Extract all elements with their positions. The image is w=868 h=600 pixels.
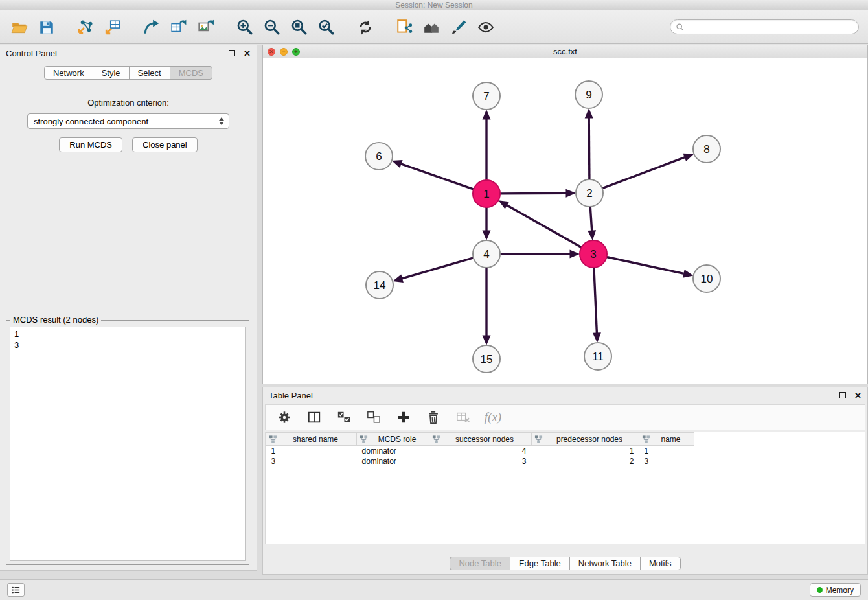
float-control-panel-button[interactable] <box>229 50 235 56</box>
settings-button[interactable] <box>276 409 293 426</box>
network-canvas[interactable]: 7968124314101511 <box>263 58 867 384</box>
search-input[interactable] <box>687 20 853 34</box>
home-network-button[interactable] <box>421 17 442 38</box>
table-cell[interactable]: 1 <box>532 446 639 456</box>
save-session-button[interactable] <box>36 17 57 38</box>
table-row[interactable]: 1dominator411 <box>266 446 865 456</box>
table-cell[interactable]: 2 <box>532 456 639 467</box>
select-all-button[interactable] <box>336 409 352 426</box>
column-header-predecessor-nodes[interactable]: predecessor nodes <box>532 433 639 446</box>
column-header-label: successor nodes <box>440 435 529 444</box>
table-cell[interactable]: 1 <box>266 446 357 456</box>
network-view-title: scc.txt <box>553 47 577 56</box>
graph-edge-1-2[interactable] <box>500 193 566 194</box>
zoom-selected-button[interactable] <box>316 17 337 38</box>
table-cell[interactable]: 3 <box>639 456 694 467</box>
import-network-button[interactable] <box>75 17 96 38</box>
column-header-filler <box>694 433 865 446</box>
main-area: Control Panel ✕ NetworkStyleSelectMCDS O… <box>0 45 868 579</box>
open-file-button[interactable] <box>9 17 30 38</box>
close-table-panel-button[interactable]: ✕ <box>854 391 862 400</box>
table-tabs: Node TableEdge TableNetwork TableMotifs <box>263 557 867 570</box>
column-header-name[interactable]: name <box>639 433 694 446</box>
column-header-successor-nodes[interactable]: successor nodes <box>429 433 532 446</box>
table-row[interactable]: 3dominator323 <box>266 456 865 467</box>
export-image-button[interactable] <box>196 17 216 38</box>
graph-edge-3-1[interactable] <box>507 205 581 248</box>
export-table-button[interactable] <box>168 17 189 38</box>
optimization-dropdown[interactable]: strongly connected component <box>27 113 229 129</box>
graph-edge-3-10[interactable] <box>607 257 684 274</box>
control-panel-tab-mcds[interactable]: MCDS <box>170 66 212 80</box>
import-table-button[interactable] <box>102 17 123 38</box>
table-cell[interactable]: 1 <box>639 446 694 456</box>
delete-table-button[interactable] <box>455 409 472 426</box>
zoom-in-button[interactable] <box>234 17 255 38</box>
clone-network-button[interactable] <box>394 17 415 38</box>
graph-node-14[interactable]: 14 <box>366 271 393 299</box>
graph-node-11[interactable]: 11 <box>584 343 611 370</box>
column-tree-icon <box>432 435 440 443</box>
close-mcds-panel-button[interactable]: Close panel <box>132 137 198 152</box>
toggle-visibility-button[interactable] <box>475 17 496 38</box>
memory-button[interactable]: Memory <box>810 583 861 597</box>
export-network-button[interactable] <box>141 17 162 38</box>
add-column-button[interactable] <box>395 409 412 426</box>
maximize-view-icon[interactable]: + <box>292 48 300 56</box>
graph-node-2[interactable]: 2 <box>576 179 603 207</box>
graph-edge-4-14[interactable] <box>402 258 474 279</box>
export-network-icon <box>143 19 160 36</box>
table-cell[interactable]: 4 <box>429 446 532 456</box>
close-view-icon[interactable]: ✕ <box>268 48 275 56</box>
close-control-panel-button[interactable]: ✕ <box>244 49 251 58</box>
function-builder-button[interactable]: f(x) <box>485 409 501 426</box>
table-panel-title: Table Panel <box>269 391 313 400</box>
graph-node-label: 11 <box>592 351 604 363</box>
graph-node-label: 9 <box>586 89 591 101</box>
graph-node-15[interactable]: 15 <box>473 345 500 373</box>
control-panel-tab-network[interactable]: Network <box>44 66 93 80</box>
table-tab-motifs[interactable]: Motifs <box>640 557 681 570</box>
graph-node-1[interactable]: 1 <box>473 180 500 207</box>
columns-button[interactable] <box>306 409 323 426</box>
zoom-fit-button[interactable] <box>289 17 310 38</box>
table-cell[interactable]: dominator <box>357 446 429 456</box>
float-table-panel-button[interactable] <box>839 392 846 398</box>
graph-edge-2-8[interactable] <box>602 157 685 189</box>
table-cell[interactable]: 3 <box>266 456 357 467</box>
table-tab-network-table[interactable]: Network Table <box>569 557 641 570</box>
apply-style-button[interactable] <box>448 17 469 38</box>
graph-edge-2-3[interactable] <box>590 207 591 231</box>
zoom-out-button[interactable] <box>262 17 282 38</box>
graph-edge-2-9[interactable] <box>589 118 589 179</box>
graph-node-8[interactable]: 8 <box>693 135 720 163</box>
minimize-view-icon[interactable]: − <box>280 48 288 56</box>
deselect-all-button[interactable] <box>365 409 382 426</box>
table-cell[interactable]: dominator <box>357 456 429 467</box>
search-box[interactable] <box>670 19 859 34</box>
table-tab-node-table[interactable]: Node Table <box>450 557 510 570</box>
graph-node-10[interactable]: 10 <box>693 265 720 292</box>
table-panel-header: Table Panel ✕ <box>263 387 867 403</box>
graph-edge-1-6[interactable] <box>401 164 474 189</box>
control-panel-tab-style[interactable]: Style <box>93 66 130 80</box>
graph-node-7[interactable]: 7 <box>473 82 500 110</box>
task-history-button[interactable] <box>7 583 25 597</box>
graph-node-9[interactable]: 9 <box>575 81 602 108</box>
graph-node-label: 10 <box>701 273 713 285</box>
run-mcds-button[interactable]: Run MCDS <box>59 137 122 152</box>
graph-node-6[interactable]: 6 <box>365 143 393 170</box>
table-tab-edge-table[interactable]: Edge Table <box>510 557 570 570</box>
graph-node-4[interactable]: 4 <box>473 240 500 268</box>
graph-edge-3-11[interactable] <box>594 268 597 333</box>
column-header-shared-name[interactable]: shared name <box>266 433 357 446</box>
control-panel-tab-select[interactable]: Select <box>129 66 170 80</box>
mcds-result-list: 13 <box>10 327 246 561</box>
table-cell[interactable]: 3 <box>429 456 532 467</box>
zoom-out-icon <box>264 19 280 36</box>
graph-node-3[interactable]: 3 <box>580 240 607 268</box>
refresh-view-button[interactable] <box>355 17 376 38</box>
column-header-MCDS-role[interactable]: MCDS role <box>357 433 429 446</box>
memory-label: Memory <box>826 586 854 595</box>
delete-column-button[interactable] <box>425 409 442 426</box>
